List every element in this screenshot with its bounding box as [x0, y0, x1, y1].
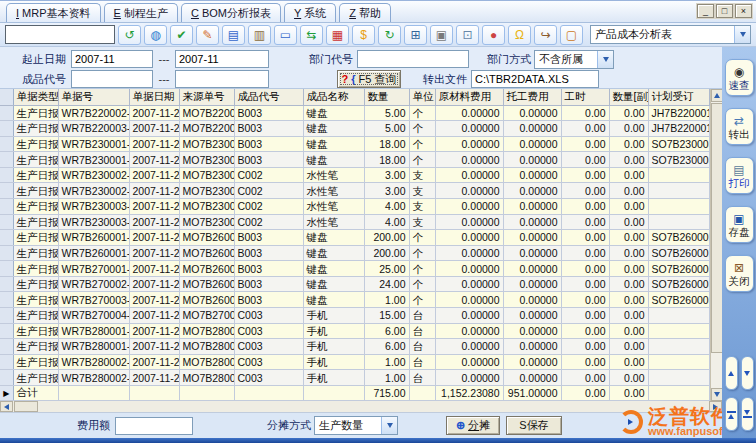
globe-edit-toolbar-button[interactable]: ✎ [196, 25, 219, 45]
col-header-12[interactable]: 数量[副] [609, 89, 648, 105]
row-selector[interactable] [0, 105, 13, 121]
col-header-9[interactable]: 原材料费用 [435, 89, 503, 105]
chevron-down-icon[interactable] [734, 26, 750, 43]
book-toolbar-button[interactable]: ▥ [248, 25, 271, 45]
scroll-up-arrow-icon[interactable] [711, 89, 723, 102]
table-row[interactable]: 生产日报WR7B260001->12007-11-26MO7B260003B00… [0, 230, 709, 246]
exit-door-toolbar-button[interactable]: ↪ [534, 25, 557, 45]
row-selector[interactable] [0, 183, 13, 199]
col-header-7[interactable]: 数量 [364, 89, 409, 105]
menu-tab-4[interactable]: Y 系统 [284, 3, 336, 22]
alloc-mode-select[interactable]: 生产数量 [314, 416, 398, 435]
table-row[interactable]: 生产日报WR7B230001->12007-11-23MO7B230003B00… [0, 136, 709, 152]
scroll-right-arrow-icon[interactable] [709, 401, 722, 412]
user-globe-toolbar-button[interactable]: ◍ [144, 25, 167, 45]
row-selector[interactable] [0, 152, 13, 168]
export-file-input[interactable] [471, 70, 599, 88]
table-row[interactable]: 生产日报WR7B270003->12007-11-27MO7B260004B00… [0, 292, 709, 308]
bell-toolbar-button[interactable]: Ω [508, 25, 531, 45]
row-selector[interactable] [0, 121, 13, 137]
row-selector[interactable] [0, 198, 13, 214]
save-bottom-button[interactable]: S保存 [506, 416, 562, 435]
row-selector[interactable] [0, 354, 13, 370]
palette-toolbar-button[interactable]: ● [482, 25, 505, 45]
monitor-toolbar-button[interactable]: ▭ [274, 25, 297, 45]
col-header-5[interactable]: 成品代号 [234, 89, 303, 105]
chevron-down-icon[interactable] [381, 417, 397, 434]
row-selector[interactable] [0, 230, 13, 246]
table-row[interactable]: 生产日报WR7B280002->22007-11-28MO7B280003C00… [0, 370, 709, 386]
window-toolbar-button[interactable]: ▢ [560, 25, 583, 45]
next-record-button[interactable] [741, 356, 754, 390]
menu-tab-5[interactable]: Z 帮助 [339, 3, 391, 22]
calculator-toolbar-button[interactable]: ⊞ [404, 25, 427, 45]
row-selector[interactable] [0, 276, 13, 292]
edit-approve-toolbar-button[interactable]: ✔ [170, 25, 193, 45]
report-selector[interactable]: 产品成本分析表 [590, 25, 751, 44]
col-header-6[interactable]: 成品名称 [303, 89, 364, 105]
col-header-8[interactable]: 单位 [409, 89, 435, 105]
prev-record-button[interactable] [725, 356, 738, 390]
report-toolbar-button[interactable]: ▦ [326, 25, 349, 45]
chevron-down-icon[interactable] [597, 51, 613, 68]
dept-mode-select[interactable]: 不含所属 [534, 50, 614, 69]
allocate-button[interactable]: ⊕ 分摊 [446, 416, 500, 435]
transfer-toolbar-button[interactable]: ⇆ [300, 25, 323, 45]
date-to-input[interactable] [175, 50, 269, 68]
col-header-2[interactable]: 单据号 [58, 89, 129, 105]
last-record-button[interactable] [741, 397, 754, 431]
table-row[interactable]: 生产日报WR7B220002->12007-11-22MO7B220006B00… [0, 105, 709, 121]
menu-tab-3[interactable]: C BOM分析报表 [181, 3, 281, 22]
table-row[interactable]: 生产日报WR7B230003->12007-11-23MO7B230005C00… [0, 198, 709, 214]
export-button[interactable]: ⇄转出 [725, 108, 754, 145]
row-selector[interactable] [0, 323, 13, 339]
col-header-10[interactable]: 托工费用 [503, 89, 561, 105]
table-row[interactable]: 生产日报WR7B280001->22007-11-28MO7B280003C00… [0, 339, 709, 355]
close-button[interactable]: × [735, 4, 752, 18]
table-row[interactable]: 生产日报WR7B280002->12007-11-28MO7B280003C00… [0, 354, 709, 370]
row-selector[interactable] [0, 214, 13, 230]
scroll-down-arrow-icon[interactable] [711, 388, 723, 401]
money-toolbar-button[interactable]: $ [352, 25, 375, 45]
query-button[interactable]: ?{ F5 查询 [337, 70, 401, 88]
first-record-button[interactable] [725, 397, 738, 431]
vertical-scroll-thumb[interactable] [711, 103, 723, 353]
table-row[interactable]: 生产日报WR7B230001->22007-11-23MO7B230003B00… [0, 152, 709, 168]
col-header-11[interactable]: 工时 [561, 89, 609, 105]
refresh-toolbar-button[interactable]: ↺ [118, 25, 141, 45]
row-selector[interactable] [0, 167, 13, 183]
minimize-button[interactable]: _ [697, 4, 714, 18]
dept-code-input[interactable] [357, 50, 469, 68]
col-header-1[interactable]: 单据类型 [13, 89, 58, 105]
quick-search-button[interactable]: ◉速查 [725, 59, 754, 96]
table-row[interactable]: 生产日报WR7B270002->12007-11-27MO7B260004B00… [0, 276, 709, 292]
product-from-input[interactable] [71, 70, 153, 88]
close-button[interactable]: ⊠关闭 [725, 255, 754, 292]
horizontal-scrollbar[interactable] [0, 401, 722, 413]
row-selector[interactable] [0, 339, 13, 355]
idcard-toolbar-button[interactable]: ▤ [222, 25, 245, 45]
row-selector[interactable] [0, 292, 13, 308]
date-from-input[interactable] [71, 50, 153, 68]
row-selector[interactable] [0, 308, 13, 324]
col-header-4[interactable]: 来源单号 [179, 89, 234, 105]
horizontal-scroll-thumb[interactable] [14, 401, 38, 412]
menu-tab-1[interactable]: I MRP基本资料 [6, 3, 101, 22]
amount-input[interactable] [115, 417, 193, 435]
row-selector[interactable] [0, 261, 13, 277]
paste-toolbar-button[interactable]: ▣ [430, 25, 453, 45]
product-to-input[interactable] [175, 70, 269, 88]
row-selector[interactable] [0, 245, 13, 261]
col-header-13[interactable]: 计划受订 [648, 89, 709, 105]
restore-button[interactable]: □ [716, 4, 733, 18]
vertical-scrollbar[interactable] [710, 89, 723, 401]
table-row[interactable]: 生产日报WR7B230002->22007-11-23MO7B230004C00… [0, 183, 709, 199]
table-row[interactable]: 生产日报WR7B230002->12007-11-23MO7B230004C00… [0, 167, 709, 183]
pages-toolbar-button[interactable]: ⊡ [456, 25, 479, 45]
quick-input[interactable] [5, 25, 115, 44]
table-row[interactable]: 生产日报WR7B280001->12007-11-28MO7B280003C00… [0, 323, 709, 339]
row-selector[interactable] [0, 370, 13, 386]
table-row[interactable]: 生产日报WR7B260001->22007-11-26MO7B260003B00… [0, 245, 709, 261]
col-header-3[interactable]: 单据日期 [129, 89, 179, 105]
table-row[interactable]: 生产日报WR7B230003->22007-11-23MO7B230005C00… [0, 214, 709, 230]
